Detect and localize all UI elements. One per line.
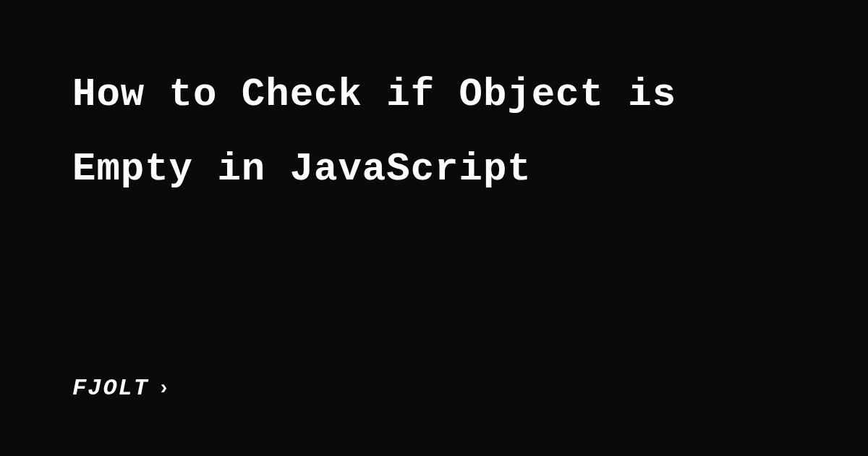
chevron-right-icon: › [158,377,171,400]
article-title: How to Check if Object is Empty in JavaS… [72,58,796,206]
card-container: How to Check if Object is Empty in JavaS… [0,0,868,456]
brand-name: FJOLT [72,375,149,402]
brand-logo: FJOLT › [72,375,171,402]
